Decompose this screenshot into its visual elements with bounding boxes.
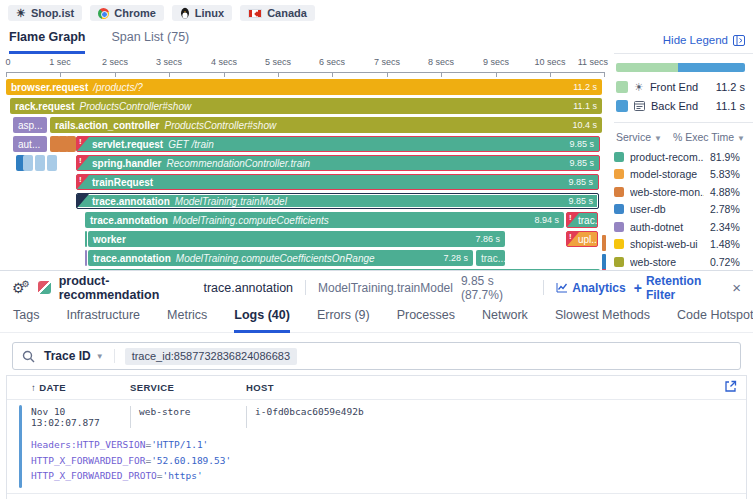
span-name: trace.annotation (90, 215, 168, 226)
service-row-user-db[interactable]: user-db 2.78% (614, 201, 753, 219)
front-end-color-chip (616, 81, 628, 93)
hide-legend-link[interactable]: Hide Legend (614, 34, 753, 46)
flame-graph[interactable]: 0 1 sec 2 secs 3 secs 4 secs 5 secs 6 se… (0, 57, 610, 270)
axis-tick-label: 5 secs (265, 57, 291, 67)
span-name: asp... (18, 120, 42, 131)
span-bar-rails-action-controller[interactable]: rails.action_controller ProductsControll… (50, 117, 602, 133)
span-bar-worker[interactable]: worker 7.86 s (88, 231, 505, 247)
span-bar-small[interactable] (23, 155, 33, 171)
trace-view: ☀Shop.ist Chrome Linux Canada Flame Grap… (0, 0, 753, 499)
search-scope-dropdown[interactable]: Trace ID ▼ (44, 349, 115, 363)
span-bar-small[interactable] (66, 136, 76, 152)
span-bar-small[interactable] (602, 235, 606, 251)
legend-panel: Hide Legend ☀ Front End 11.2 s Back End … (614, 34, 753, 271)
span-bar-compute-coefficients-on-range[interactable]: trace.annotation ModelTraining.computeCo… (88, 250, 473, 266)
service-color-chip (614, 222, 624, 232)
axis-tick-label: 7 secs (374, 57, 400, 67)
log-row[interactable]: Nov 10 13:02:07.877 web-store i-0fd0bcac… (7, 399, 746, 493)
span-bar-train-request[interactable]: ! trainRequest 9.85 s (76, 174, 599, 190)
span-bar-asp[interactable]: asp... (13, 117, 47, 133)
span-bar-rack-request[interactable]: rack.request ProductsController#show 11.… (10, 98, 602, 114)
span-name: trace.annotation (93, 253, 171, 264)
tag-chrome[interactable]: Chrome (90, 5, 164, 21)
service-name: web-store (630, 256, 704, 268)
span-bar-upload-error[interactable]: ! upl... (566, 231, 598, 247)
tab-processes[interactable]: Processes (397, 304, 455, 330)
span-duration: 11.1 s (567, 101, 597, 111)
search-query-token[interactable]: trace_id:8587732836824086683 (125, 348, 297, 365)
sort-service-header[interactable]: Service ▼ (616, 131, 662, 143)
span-bar-small[interactable] (47, 155, 57, 171)
tab-metrics[interactable]: Metrics (167, 304, 207, 330)
tab-network[interactable]: Network (482, 304, 528, 330)
service-color-chip (614, 187, 624, 197)
span-bar-small[interactable] (35, 155, 45, 171)
span-bar-trac-error[interactable]: ! trac... (566, 212, 598, 228)
span-duration: 8.94 s (528, 215, 559, 225)
tag-linux[interactable]: Linux (172, 5, 232, 21)
span-bar-small[interactable] (85, 231, 87, 247)
span-duration: 7.86 s (469, 234, 500, 244)
service-pct: 4.88% (710, 186, 743, 198)
sort-exec-time-header[interactable]: % Exec Time ▼ (673, 131, 745, 143)
open-in-log-explorer-icon[interactable] (724, 380, 737, 393)
tag-canada[interactable]: Canada (240, 5, 315, 21)
span-duration: 9.85 s (563, 158, 594, 168)
back-end-label: Back End (651, 100, 698, 112)
span-bar-aut[interactable]: aut... (13, 136, 47, 152)
span-bar-browser-request[interactable]: browser.request /products/? 11.2 s (6, 79, 602, 95)
analytics-link[interactable]: Analytics (556, 281, 625, 295)
span-duration: 9.85 s (562, 177, 593, 187)
service-row-web-store-mongo[interactable]: web-store-mon... 4.88% (614, 183, 753, 201)
axis-tick-label: 1 sec (49, 57, 71, 67)
log-row[interactable]: Nov 10 13:02:08.000 product-recommendati… (7, 493, 746, 499)
service-row-web-store[interactable]: web-store 0.72% (614, 253, 753, 271)
tab-errors[interactable]: Errors (9) (317, 304, 370, 330)
span-bar-small[interactable] (602, 254, 606, 270)
tab-span-list[interactable]: Span List (75) (111, 30, 189, 54)
legend-front-end-row[interactable]: ☀ Front End 11.2 s (614, 74, 753, 93)
span-bar-servlet-request[interactable]: ! servlet.request GET /train 9.85 s (76, 136, 600, 152)
tab-code-hotspots[interactable]: Code HotspotsBETA (677, 304, 753, 330)
settings-gears-icon[interactable]: ⚙⚙ (12, 280, 30, 295)
tag-shopist[interactable]: ☀Shop.ist (8, 5, 82, 21)
front-end-label: Front End (650, 81, 698, 93)
span-bar-train-model-selected[interactable]: trace.annotation ModelTraining.trainMode… (76, 193, 599, 209)
span-name: spring.handler (92, 158, 161, 169)
service-color-chip (614, 152, 624, 162)
service-pct: 0.72% (710, 256, 743, 268)
log-service: web-store (130, 406, 246, 428)
tab-flame-graph[interactable]: Flame Graph (9, 30, 85, 54)
chart-icon (556, 282, 568, 293)
chevron-down-icon: ▼ (96, 352, 104, 361)
column-host[interactable]: HOST (246, 382, 274, 393)
log-search-bar[interactable]: Trace ID ▼ trace_id:8587732836824086683 (12, 342, 741, 370)
span-bar-trac-small[interactable]: trac... (476, 250, 505, 266)
service-row-product-recommendation[interactable]: product-recom... 81.9% (614, 148, 753, 166)
back-end-segment (678, 63, 745, 72)
column-service[interactable]: SERVICE (130, 382, 246, 393)
service-row-model-storage[interactable]: model-storage 5.83% (614, 166, 753, 184)
span-bar-spring-handler[interactable]: ! spring.handler RecommendationControlle… (76, 155, 600, 171)
service-row-shopist-web-ui[interactable]: shopist-web-ui 1.48% (614, 236, 753, 254)
chrome-icon (98, 8, 109, 19)
tab-logs[interactable]: Logs (40) (234, 304, 290, 333)
legend-back-end-row[interactable]: Back End 11.1 s (614, 93, 753, 112)
retention-filter-link[interactable]: + Retention Filter (634, 274, 725, 302)
view-tabs: Flame Graph Span List (75) (9, 30, 189, 54)
service-row-auth-dotnet[interactable]: auth-dotnet 2.34% (614, 218, 753, 236)
span-name: upl... (578, 234, 598, 245)
canada-flag-icon (248, 9, 262, 18)
detail-service-name: product-recommendation (59, 274, 196, 302)
service-pct: 1.48% (710, 238, 743, 250)
span-bar-compute-coefficients[interactable]: trace.annotation ModelTraining.computeCo… (85, 212, 564, 228)
span-detail-header: ⚙⚙ product-recommendation trace.annotati… (0, 271, 753, 304)
span-bar-small[interactable] (85, 250, 87, 266)
tab-slowest-methods[interactable]: Slowest Methods (555, 304, 650, 330)
tab-infrastructure[interactable]: Infrastructure (66, 304, 140, 330)
close-icon[interactable]: × (732, 279, 741, 296)
span-name: trac... (578, 215, 598, 226)
column-date[interactable]: ↑ DATE (31, 382, 130, 393)
tab-tags[interactable]: Tags (13, 304, 39, 330)
retention-filter-label: Retention Filter (646, 274, 724, 302)
